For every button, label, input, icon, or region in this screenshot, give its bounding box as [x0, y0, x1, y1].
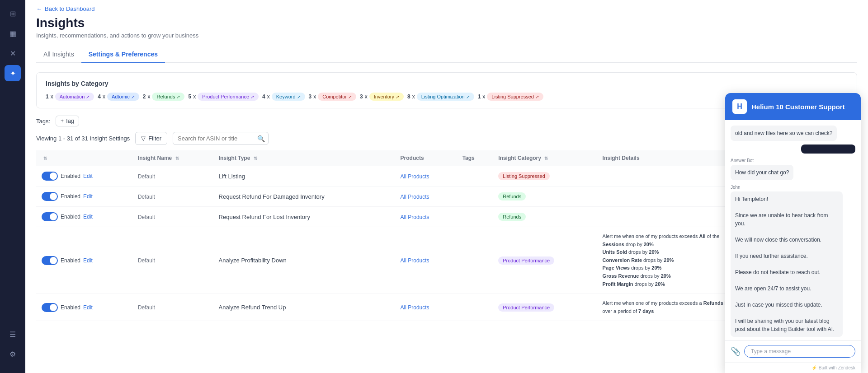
search-icon: 🔍: [257, 135, 265, 142]
toggle-wrap-4: Enabled Edit: [42, 256, 127, 265]
edit-link-5[interactable]: Edit: [83, 304, 93, 311]
toggle-wrap-3: Enabled Edit: [42, 212, 127, 221]
tab-settings-preferences[interactable]: Settings & Preferences: [81, 46, 165, 63]
pill-listing-optimization[interactable]: 8 x Listing Optimization ↗: [407, 93, 474, 101]
chat-message-redacted: [801, 145, 855, 154]
top-nav: ← Back to Dashboard Insights Insights, r…: [25, 0, 868, 63]
filter-button[interactable]: ▽ Filter: [135, 132, 167, 145]
col-insight-category: Insight Category ⇅: [493, 150, 597, 166]
col-tags: Tags: [457, 150, 493, 166]
toggle-wrap-5: Enabled Edit: [42, 303, 127, 312]
col-insight-type: Insight Type ⇅: [213, 150, 395, 166]
toggle-4[interactable]: [42, 256, 58, 265]
sidebar-tools-icon[interactable]: ✕: [5, 45, 21, 61]
sidebar-star-icon[interactable]: ✦: [5, 65, 21, 81]
edit-link-4[interactable]: Edit: [83, 257, 93, 264]
viewing-count-text: Viewing 1 - 31 of 31 Insight Settings: [36, 135, 130, 142]
insight-name-2: Default: [132, 186, 213, 207]
attachment-icon[interactable]: 📎: [731, 346, 741, 356]
col-toggle: ⇅: [36, 150, 132, 166]
chat-message-answer-bot: Answer Bot How did your chat go?: [731, 157, 793, 180]
insights-category-title: Insights by Category: [46, 80, 848, 87]
pill-keyword[interactable]: 4 x Keyword ↗: [262, 93, 305, 101]
chat-message: old and new files here so we can check?: [731, 126, 837, 141]
products-2[interactable]: All Products: [395, 186, 457, 207]
chat-footer-text: Built with Zendesk: [819, 365, 855, 370]
category-1: Listing Suppressed: [493, 166, 597, 186]
tags-label: Tags:: [36, 118, 50, 125]
col-products: Products: [395, 150, 457, 166]
chat-header: H Helium 10 Customer Support: [725, 93, 861, 120]
insight-name-4: Default: [132, 227, 213, 294]
tags-2: [457, 186, 493, 207]
insight-type-1: Lift Listing: [213, 166, 395, 186]
insight-name-3: Default: [132, 207, 213, 227]
insight-name-5: Default: [132, 294, 213, 321]
edit-link-2[interactable]: Edit: [83, 193, 93, 200]
sidebar-settings-icon[interactable]: ⚙: [5, 346, 21, 362]
toggle-wrap-1: Enabled Edit: [42, 172, 127, 181]
pill-competitor[interactable]: 3 x Competitor ↗: [309, 93, 356, 101]
edit-link-1[interactable]: Edit: [83, 173, 93, 179]
category-4: Product Performance: [493, 227, 597, 294]
chat-messages[interactable]: old and new files here so we can check? …: [725, 120, 861, 340]
sidebar-list-icon[interactable]: ☰: [5, 326, 21, 342]
tags-1: [457, 166, 493, 186]
pill-adtomic[interactable]: 4 x Adtomic ↗: [98, 93, 139, 101]
sidebar-chart-icon[interactable]: ▦: [5, 25, 21, 42]
products-4[interactable]: All Products: [395, 227, 457, 294]
zendesk-icon: ⚡: [811, 365, 817, 370]
filter-icon: ▽: [141, 135, 146, 142]
category-3: Refunds: [493, 207, 597, 227]
tags-3: [457, 207, 493, 227]
toggle-wrap-2: Enabled Edit: [42, 192, 127, 201]
products-1[interactable]: All Products: [395, 166, 457, 186]
tags-5: [457, 294, 493, 321]
col-insight-name: Insight Name ⇅: [132, 150, 213, 166]
pill-inventory[interactable]: 3 x Inventory ↗: [360, 93, 404, 101]
category-2: Refunds: [493, 186, 597, 207]
chat-footer: ⚡ Built with Zendesk: [725, 362, 861, 373]
insight-type-3: Request Refund For Lost Inventory: [213, 207, 395, 227]
pill-listing-suppressed[interactable]: 1 x Listing Suppressed ↗: [478, 93, 543, 101]
insight-type-5: Analyze Refund Trend Up: [213, 294, 395, 321]
page-title: Insights: [36, 16, 857, 30]
products-5[interactable]: All Products: [395, 294, 457, 321]
search-input[interactable]: [173, 132, 269, 145]
search-wrap: 🔍: [173, 132, 269, 145]
sidebar-grid-icon[interactable]: ⊞: [5, 5, 21, 22]
toggle-1[interactable]: [42, 172, 58, 181]
chat-input-row: 📎: [725, 340, 861, 362]
toggle-5[interactable]: [42, 303, 58, 312]
edit-link-3[interactable]: Edit: [83, 214, 93, 220]
pill-refunds[interactable]: 2 x Refunds ↗: [143, 93, 185, 101]
insight-type-4: Analyze Profitability Down: [213, 227, 395, 294]
tabs: All Insights Settings & Preferences: [36, 46, 857, 63]
page-subtitle: Insights, recommendations, and actions t…: [36, 32, 857, 39]
toggle-3[interactable]: [42, 212, 58, 221]
products-3[interactable]: All Products: [395, 207, 457, 227]
add-tag-button[interactable]: + Tag: [56, 116, 79, 126]
sidebar: ⊞ ▦ ✕ ✦ ☰ ⚙: [0, 0, 25, 373]
category-5: Product Performance: [493, 294, 597, 321]
pill-product-performance[interactable]: 5 x Product Performance ↗: [188, 93, 259, 101]
chat-header-icon: H: [732, 99, 747, 114]
chat-widget: H Helium 10 Customer Support old and new…: [725, 93, 861, 373]
insight-type-2: Request Refund For Damaged Inventory: [213, 186, 395, 207]
chat-header-title: Helium 10 Customer Support: [751, 103, 845, 111]
chat-input[interactable]: [744, 345, 855, 358]
insight-name-1: Default: [132, 166, 213, 186]
back-arrow-icon: ←: [36, 5, 42, 12]
tab-all-insights[interactable]: All Insights: [36, 46, 81, 63]
chat-message-john: John Hi Templeton! Since we are unable t…: [731, 184, 843, 337]
pill-automation[interactable]: 1 x Automation ↗: [46, 93, 94, 101]
tags-4: [457, 227, 493, 294]
back-to-dashboard-link[interactable]: ← Back to Dashboard: [36, 5, 857, 12]
toggle-2[interactable]: [42, 192, 58, 201]
